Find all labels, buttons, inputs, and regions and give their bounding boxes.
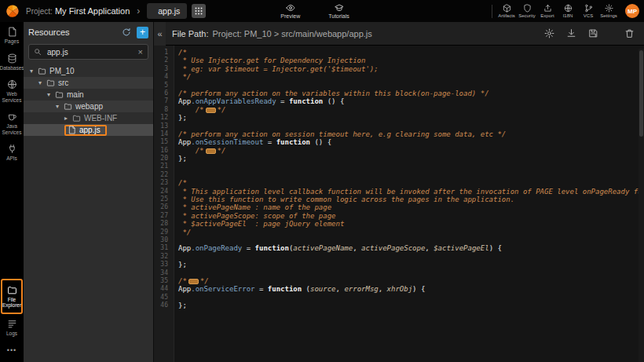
code-line[interactable]: 12}; (154, 114, 644, 122)
code-line[interactable]: 26 * activePageName : name of the page (154, 203, 644, 211)
code-line[interactable]: 16 /**/ (154, 147, 644, 155)
preview-button[interactable]: Preview (280, 3, 300, 19)
sidebar-item-file-explorer[interactable]: File Explorer (1, 279, 23, 314)
caret-down-icon[interactable] (56, 103, 64, 110)
code-line[interactable]: 14/* perform any action on session timeo… (154, 130, 644, 138)
i18n-button[interactable]: I18N (558, 4, 578, 18)
code-text: */ (174, 73, 191, 81)
sidebar-item-databases[interactable]: Databases (0, 49, 24, 75)
search-input[interactable] (46, 47, 134, 57)
code-line[interactable]: 28 * $activePageEl : page jQuery element (154, 220, 644, 228)
code-line[interactable]: 24 * This application level callback fun… (154, 188, 644, 196)
security-shield-icon (523, 4, 532, 13)
tab-app-js[interactable]: app.js (147, 3, 187, 19)
code-line[interactable]: 1/* (154, 49, 644, 57)
code-text (174, 82, 178, 90)
line-number: 31 (154, 244, 174, 252)
code-line[interactable]: 46}; (154, 302, 644, 309)
app-logo[interactable] (5, 4, 20, 18)
code-line[interactable]: 29 */ (154, 229, 644, 236)
tree-item-folder[interactable]: WEB-INF (24, 112, 153, 124)
code-line[interactable]: 7App.onAppVariablesReady = function () { (154, 97, 644, 105)
editor-settings-button[interactable] (544, 28, 554, 38)
code-line[interactable]: 22 (154, 171, 644, 179)
caret-down-icon[interactable] (38, 79, 46, 86)
caret-down-icon[interactable] (47, 91, 55, 98)
user-avatar[interactable]: MP (625, 4, 639, 18)
vcs-button[interactable]: VCS (578, 4, 598, 18)
code-token: () { (323, 97, 344, 105)
code-token: () { (310, 138, 331, 146)
code-line[interactable]: 3 * eg: var $timeout = Injector.get('$ti… (154, 65, 644, 73)
apps-grid-icon[interactable] (192, 4, 206, 18)
settings-gear-icon (605, 4, 613, 13)
code-line[interactable]: 25 * Use this function to write common l… (154, 196, 644, 203)
code-fold-marker[interactable] (206, 148, 216, 154)
tree-item-file-selected[interactable]: app.js (24, 124, 153, 136)
clear-search-icon[interactable] (138, 48, 143, 57)
code-line[interactable]: 23/* (154, 179, 644, 187)
code-text: }; (174, 302, 187, 309)
code-line[interactable]: 32 (154, 253, 644, 261)
scrollbar-thumb[interactable] (639, 50, 643, 137)
sidebar-item-pages[interactable]: Pages (0, 22, 24, 49)
pages-label: Pages (5, 38, 19, 45)
security-button[interactable]: Security (517, 4, 537, 18)
main-body: Pages Databases Web Services Java Servic… (0, 22, 644, 362)
project-name[interactable]: My First Application (55, 6, 130, 16)
download-button[interactable] (566, 28, 576, 38)
artifacts-button[interactable]: Artifacts (496, 4, 517, 18)
delete-button[interactable] (624, 28, 635, 38)
code-editor[interactable]: 1/*2 * Use Injector.get for Dependency I… (154, 46, 644, 362)
code-lines: 1/*2 * Use Injector.get for Dependency I… (154, 49, 644, 310)
code-line[interactable]: 21 (154, 163, 644, 170)
sidebar-item-apis[interactable]: APIs (0, 139, 24, 166)
code-line[interactable]: 44App.onServiceError = function (source,… (154, 285, 644, 293)
editor-pane: File Path: Project: PM_10 > src/main/web… (154, 22, 644, 362)
code-line[interactable]: 8 /**/ (154, 106, 644, 114)
tree-item-folder[interactable]: webapp (24, 101, 153, 112)
caret-down-icon[interactable] (30, 68, 38, 75)
code-line[interactable]: 4 */ (154, 73, 644, 81)
editor-actions (544, 28, 635, 38)
code-fold-marker[interactable] (206, 108, 216, 113)
sidebar-item-logs[interactable]: Logs (0, 314, 24, 341)
tree-item-label: WEB-INF (84, 114, 117, 122)
code-line[interactable]: 33}; (154, 261, 644, 269)
code-line[interactable]: 20}; (154, 155, 644, 163)
code-line[interactable]: 5 (154, 82, 644, 90)
line-number: 32 (154, 253, 174, 261)
code-line[interactable]: 6/* perform any action on the variables … (154, 90, 644, 97)
code-line[interactable]: 15App.onSessionTimeout = function () { (154, 138, 644, 146)
code-line[interactable]: 13 (154, 122, 644, 130)
sidebar-item-web-services[interactable]: Web Services (0, 75, 24, 107)
code-fold-marker[interactable] (188, 279, 199, 284)
code-line[interactable]: 27 * activePageScope: scope of the page (154, 212, 644, 220)
line-number: 27 (154, 212, 174, 220)
artifacts-cube-icon (503, 4, 511, 13)
caret-right-icon[interactable] (64, 115, 72, 122)
export-button[interactable]: Export (537, 4, 558, 18)
vcs-label: VCS (584, 13, 593, 18)
collapse-resources-button[interactable] (154, 22, 166, 46)
settings-button[interactable]: Settings (598, 4, 619, 18)
code-line[interactable]: 2 * Use Injector.get for Dependency Inje… (154, 57, 644, 64)
code-line[interactable]: 30 (154, 236, 644, 244)
tree-item-folder[interactable]: src (24, 77, 153, 89)
tutorials-button[interactable]: Tutorials (328, 3, 349, 19)
editor-scrollbar[interactable] (639, 49, 644, 362)
save-button[interactable] (588, 28, 598, 38)
chevron-right-icon[interactable] (137, 5, 140, 16)
line-number: 3 (154, 65, 174, 73)
code-line[interactable]: 31App.onPageReady = function(activePageN… (154, 244, 644, 252)
refresh-button[interactable] (122, 27, 133, 38)
tree-item-folder[interactable]: PM_10 (24, 65, 153, 77)
file-path-label: File Path: (172, 29, 208, 38)
sidebar-item-java-services[interactable]: Java Services (0, 107, 24, 139)
add-resource-button[interactable] (137, 27, 148, 38)
more-options-icon[interactable]: ••• (0, 340, 24, 362)
code-line[interactable]: 34 (154, 269, 644, 277)
code-line[interactable]: 45 (154, 294, 644, 302)
tree-item-folder[interactable]: main (24, 89, 153, 101)
code-line[interactable]: 35/**/ (154, 277, 644, 285)
